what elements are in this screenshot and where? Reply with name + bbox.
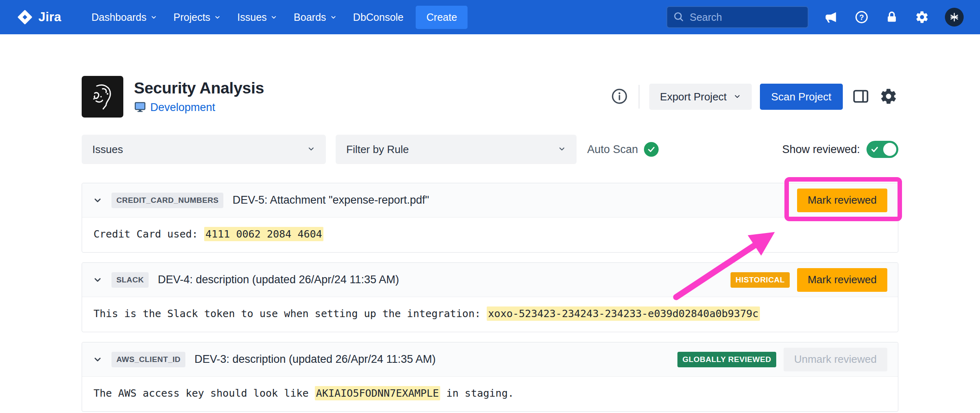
finding-text: in staging. <box>440 387 514 399</box>
chevron-down-icon <box>270 11 277 23</box>
rule-badge: AWS_CLIENT_ID <box>111 352 185 367</box>
help-icon[interactable]: ? <box>854 10 869 24</box>
rule-badge: SLACK <box>111 272 149 288</box>
mark-reviewed-button[interactable]: Mark reviewed <box>797 189 887 212</box>
finding-header: CREDIT_CARD_NUMBERS DEV-5: Attachment "e… <box>82 183 898 218</box>
issues-dropdown-value: Issues <box>92 143 123 156</box>
sensitive-data-highlight: AKIAIO5FODNN7EXAMPLE <box>315 386 440 400</box>
sensitive-data-highlight: xoxo-523423-234243-234233-e039d02840a0b9… <box>487 306 760 321</box>
header-actions: Export Project Scan Project <box>610 84 898 110</box>
finding-actions: Mark reviewed <box>797 189 887 212</box>
finding-card-slack: SLACK DEV-4: description (updated 26/Apr… <box>82 262 898 332</box>
mark-reviewed-button[interactable]: Mark reviewed <box>797 268 887 292</box>
finding-text: Credit Card used: <box>94 228 204 240</box>
nav-item-dashboards[interactable]: Dashboards <box>85 7 164 28</box>
nav-item-projects[interactable]: Projects <box>167 7 227 28</box>
search-icon <box>673 11 684 24</box>
chevron-down-icon <box>150 11 157 23</box>
project-header: Security Analysis Development Export Pro… <box>82 76 898 118</box>
jira-brand-label: Jira <box>38 10 61 24</box>
nav-item-label: Issues <box>237 11 267 23</box>
project-link[interactable]: Development <box>150 101 215 114</box>
search-input[interactable] <box>689 11 802 24</box>
lock-icon[interactable] <box>884 10 899 24</box>
collapse-chevron-icon[interactable] <box>93 195 102 205</box>
nav-item-label: Projects <box>174 11 210 23</box>
vertical-divider <box>639 85 639 109</box>
finding-title: DEV-3: description (updated 26/Apr/24 11… <box>194 353 436 366</box>
finding-text: The AWS access key should look like <box>94 387 315 399</box>
jira-brand[interactable]: Jira <box>16 9 61 26</box>
title-block: Security Analysis Development <box>134 79 264 115</box>
finding-header: SLACK DEV-4: description (updated 26/Apr… <box>82 263 898 297</box>
finding-body: Credit Card used: 4111 0062 2084 4604 <box>82 218 898 252</box>
issues-dropdown[interactable]: Issues <box>82 135 326 164</box>
side-panel-icon[interactable] <box>851 87 871 107</box>
auto-scan-label: Auto Scan <box>587 143 638 156</box>
show-reviewed-control: Show reviewed: <box>782 141 898 158</box>
announcement-icon[interactable] <box>824 10 839 24</box>
finding-title: DEV-5: Attachment "expense-report.pdf" <box>232 194 429 206</box>
nav-item-label: Dashboards <box>91 11 147 23</box>
settings-gear-icon[interactable] <box>915 10 929 24</box>
scan-project-button[interactable]: Scan Project <box>760 84 843 110</box>
nav-item-label: DbConsole <box>353 11 404 23</box>
jira-logo-icon <box>16 9 33 26</box>
chevron-down-icon <box>214 11 221 23</box>
export-project-label: Export Project <box>660 91 726 103</box>
nav-item-dbconsole[interactable]: DbConsole <box>347 7 410 28</box>
project-link-row: Development <box>134 101 264 115</box>
finding-text: This is the Slack token to use when sett… <box>94 308 487 320</box>
top-navigation-bar: Jira Dashboards Projects Issues Boards D… <box>0 0 980 34</box>
finding-actions: HISTORICAL Mark reviewed <box>731 268 887 292</box>
create-button[interactable]: Create <box>416 6 468 29</box>
collapse-chevron-icon[interactable] <box>93 275 102 285</box>
finding-actions: GLOBALLY REVIEWED Unmark reviewed <box>677 348 887 371</box>
nav-item-boards[interactable]: Boards <box>287 7 343 28</box>
sensitive-data-highlight: 4111 0062 2084 4604 <box>204 227 323 241</box>
project-avatar <box>82 76 123 118</box>
nav-item-issues[interactable]: Issues <box>231 7 284 28</box>
info-icon[interactable] <box>610 87 629 106</box>
svg-text:?: ? <box>859 13 864 22</box>
historical-badge: HISTORICAL <box>731 272 790 288</box>
toggle-check-icon <box>870 145 879 154</box>
main-menu: Dashboards Projects Issues Boards DbCons… <box>85 7 410 28</box>
user-avatar[interactable] <box>945 8 964 27</box>
finding-card-credit-card: CREDIT_CARD_NUMBERS DEV-5: Attachment "e… <box>82 183 898 253</box>
chevron-down-icon <box>733 91 741 103</box>
nav-item-label: Boards <box>294 11 326 23</box>
filter-bar: Issues Filter by Rule Auto Scan Show rev… <box>82 135 898 164</box>
toggle-knob <box>883 143 896 156</box>
auto-scan-status: Auto Scan <box>587 142 659 157</box>
monitor-icon <box>134 101 146 115</box>
page-title: Security Analysis <box>134 79 264 97</box>
collapse-chevron-icon[interactable] <box>93 355 102 364</box>
main-content: Security Analysis Development Export Pro… <box>82 76 898 412</box>
chevron-down-icon <box>330 11 337 23</box>
finding-body: This is the Slack token to use when sett… <box>82 297 898 332</box>
jira-security-analysis-page: Jira Dashboards Projects Issues Boards D… <box>0 0 980 413</box>
chevron-down-icon <box>558 143 566 156</box>
filter-by-rule-dropdown[interactable]: Filter by Rule <box>336 135 577 164</box>
export-project-button[interactable]: Export Project <box>649 84 751 110</box>
finding-card-aws: AWS_CLIENT_ID DEV-3: description (update… <box>82 342 898 412</box>
page-settings-gear-icon[interactable] <box>879 87 898 107</box>
auto-scan-check-icon <box>644 142 659 157</box>
globally-reviewed-badge: GLOBALLY REVIEWED <box>677 352 776 367</box>
show-reviewed-toggle[interactable] <box>866 141 898 158</box>
unmark-reviewed-button[interactable]: Unmark reviewed <box>784 348 887 371</box>
finding-header: AWS_CLIENT_ID DEV-3: description (update… <box>82 342 898 377</box>
rule-dropdown-value: Filter by Rule <box>346 143 409 156</box>
rule-badge: CREDIT_CARD_NUMBERS <box>111 193 223 208</box>
show-reviewed-label: Show reviewed: <box>782 143 860 156</box>
chevron-down-icon <box>307 143 315 156</box>
global-search[interactable] <box>666 6 808 28</box>
findings-list: CREDIT_CARD_NUMBERS DEV-5: Attachment "e… <box>82 183 898 412</box>
nav-utility-icons: ? <box>824 8 964 27</box>
finding-body: The AWS access key should look like AKIA… <box>82 377 898 411</box>
finding-title: DEV-4: description (updated 26/Apr/24 11… <box>158 273 399 286</box>
